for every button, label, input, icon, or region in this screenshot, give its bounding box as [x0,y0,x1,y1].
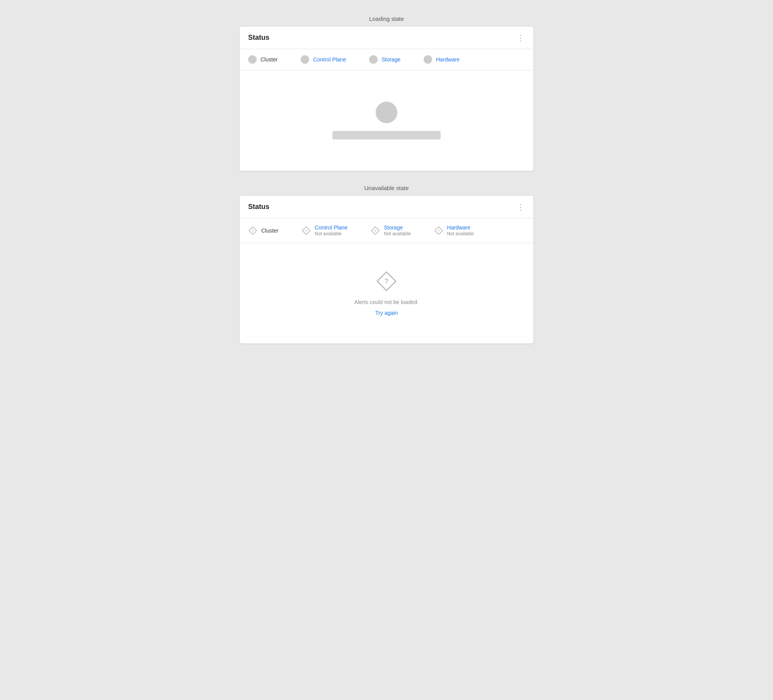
hardware-info: Hardware [436,56,460,63]
cluster-name: Cluster [261,56,278,63]
unavailable-card-content: ? Alerts could not be loaded. Try again [240,243,533,343]
loading-bar [332,131,441,139]
loading-state-card: Status ⋮ Cluster Control Plane [240,27,533,171]
unavail-storage-sub: Not available [384,231,410,236]
unavailable-state-section: Unavailable state Status ⋮ ? Cluster ? [8,185,765,357]
loading-tab-storage: Storage [369,55,400,64]
unavail-control-plane-sub: Not available [315,231,347,236]
loading-card-header: Status ⋮ [240,27,533,49]
unavailable-status-tabs: ? Cluster ? Control Plane Not available [240,218,533,243]
loading-tab-hardware: Hardware [424,55,460,64]
unavail-hardware-name[interactable]: Hardware [447,224,474,231]
svg-text:?: ? [305,229,308,233]
loading-tab-cluster: Cluster [248,55,278,64]
loading-more-icon[interactable]: ⋮ [517,34,525,42]
loading-card-content [240,70,533,171]
cluster-diamond-icon: ? [248,226,257,235]
unavailable-tab-control-plane: ? Control Plane Not available [301,224,347,236]
unavailable-state-card: Status ⋮ ? Cluster ? Con [240,196,533,343]
unavail-storage-name[interactable]: Storage [384,224,410,231]
storage-diamond-icon: ? [371,226,380,235]
loading-status-tabs: Cluster Control Plane Storage [240,49,533,70]
control-plane-name[interactable]: Control Plane [313,56,346,63]
unavail-hardware-sub: Not available [447,231,474,236]
unavailable-tab-hardware: ? Hardware Not available [434,224,474,236]
unavailable-more-icon[interactable]: ⋮ [517,203,525,211]
loading-state-section: Loading state Status ⋮ Cluster Control P… [8,15,765,185]
svg-text:?: ? [374,229,376,233]
svg-text:?: ? [385,277,389,285]
unavail-cluster-info: Cluster [261,228,278,234]
loading-circle [376,102,397,123]
unavailable-card-title: Status [248,203,269,211]
storage-dot-loading [369,55,378,64]
hardware-dot-loading [424,55,432,64]
unavail-hardware-info: Hardware Not available [447,224,474,236]
loading-card-title: Status [248,34,269,42]
control-plane-info: Control Plane [313,56,346,63]
unavailable-tab-cluster: ? Cluster [248,226,278,235]
unavailable-message: Alerts could not be loaded. [354,299,419,305]
loading-tab-control-plane: Control Plane [301,55,346,64]
try-again-link[interactable]: Try again [375,310,398,316]
unavail-control-plane-info: Control Plane Not available [315,224,347,236]
unavail-storage-info: Storage Not available [384,224,410,236]
unavailable-state-label: Unavailable state [364,185,409,191]
control-plane-diamond-icon: ? [301,226,311,235]
storage-info: Storage [381,56,400,63]
svg-text:?: ? [438,229,440,233]
unavailable-card-header: Status ⋮ [240,196,533,218]
loading-state-label: Loading state [369,15,404,22]
hardware-diamond-icon: ? [434,226,443,235]
unavail-cluster-name: Cluster [261,228,278,234]
svg-text:?: ? [252,229,254,233]
unavail-control-plane-name[interactable]: Control Plane [315,224,347,231]
unavailable-state-icon: ? [376,270,397,292]
cluster-dot-loading [248,55,257,64]
storage-name[interactable]: Storage [381,56,400,63]
cluster-info: Cluster [261,56,278,63]
control-plane-dot-loading [301,55,309,64]
unavailable-tab-storage: ? Storage Not available [371,224,410,236]
hardware-name[interactable]: Hardware [436,56,460,63]
